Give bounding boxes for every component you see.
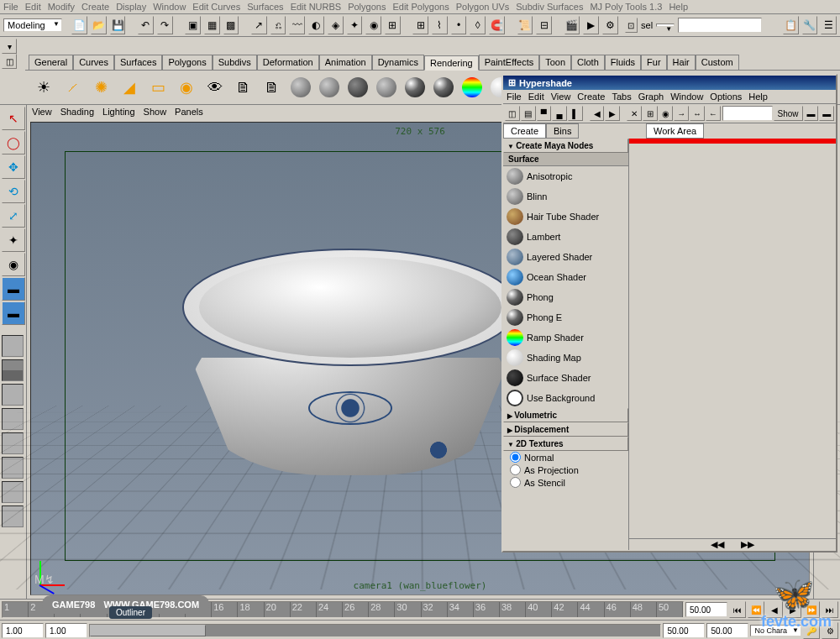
hs-input-conn-icon[interactable]: → xyxy=(674,106,689,121)
hs-options[interactable]: Options xyxy=(710,92,742,102)
hs-container2-icon[interactable]: ▬ xyxy=(819,106,834,121)
single-pane-icon[interactable] xyxy=(2,335,24,357)
hs-tabs[interactable]: Tabs xyxy=(612,92,631,102)
tab-rendering[interactable]: Rendering xyxy=(424,55,479,71)
vp-view[interactable]: View xyxy=(32,107,52,117)
hs-item-phong[interactable]: Phong xyxy=(503,287,628,307)
hs-show-button[interactable]: Show xyxy=(774,106,803,121)
manip-tool-icon[interactable]: ✦ xyxy=(2,228,25,252)
hs-scrollbar[interactable]: ◀◀▶▶ xyxy=(629,538,836,550)
hs-displacement-header[interactable]: Displacement xyxy=(503,422,628,437)
menu-mjpoly[interactable]: MJ Poly Tools 1.3 xyxy=(590,2,662,12)
hs-item-shadingmap[interactable]: Shading Map xyxy=(503,348,628,368)
layout-icon[interactable] xyxy=(2,384,24,406)
menu-file[interactable]: File xyxy=(3,2,18,12)
new-scene-icon[interactable]: 📄 xyxy=(71,16,87,34)
hs-item-hairtube[interactable]: Hair Tube Shader xyxy=(503,207,628,227)
hs-show-both-icon[interactable]: ▌ xyxy=(568,106,583,121)
menu-modify[interactable]: Modify xyxy=(48,2,75,12)
hs-tab-workarea[interactable]: Work Area xyxy=(646,123,704,139)
phonge-shelf-icon[interactable] xyxy=(430,74,457,101)
hs-item-anisotropic[interactable]: Anisotropic xyxy=(503,166,628,186)
tab-polygons[interactable]: Polygons xyxy=(162,55,212,70)
save-scene-icon[interactable]: 💾 xyxy=(110,16,126,34)
phong-shelf-icon[interactable] xyxy=(402,74,428,101)
history-toggle-icon[interactable]: ⊟ xyxy=(536,16,552,34)
render-frame-icon[interactable]: 🎬 xyxy=(564,16,580,34)
mask-dynamic-icon[interactable]: ✦ xyxy=(347,16,363,34)
tab-general[interactable]: General xyxy=(29,55,73,70)
hs-tab-create[interactable]: Create xyxy=(503,123,546,139)
menu-polygons[interactable]: Polygons xyxy=(348,2,386,12)
mask-handle-icon[interactable]: ↗ xyxy=(251,16,267,34)
menu-help[interactable]: Help xyxy=(669,2,688,12)
hs-workarea-graph[interactable]: place2dTex▾▾file7▾▾samplerInfo0▾▾ramp0▾▾… xyxy=(629,139,836,144)
tab-toon[interactable]: Toon xyxy=(539,55,571,70)
tab-cloth[interactable]: Cloth xyxy=(571,55,605,70)
hypershade-menubar[interactable]: File Edit View Create Tabs Graph Window … xyxy=(503,90,836,104)
render-globals-icon[interactable]: ⚙ xyxy=(602,16,618,34)
hs-tab-bins[interactable]: Bins xyxy=(546,123,579,139)
hs-item-layered[interactable]: Layered Shader xyxy=(503,247,628,267)
hypershade-window[interactable]: ⊞ Hypershade File Edit View Create Tabs … xyxy=(501,74,837,553)
last-tool-icon[interactable]: ▬ xyxy=(2,277,25,301)
hs-rearrange-icon[interactable]: ⊞ xyxy=(643,106,658,121)
range-slider[interactable] xyxy=(89,624,661,637)
psd-edit-icon[interactable]: 🗎 xyxy=(259,74,286,101)
snap-plane-icon[interactable]: ◊ xyxy=(470,16,486,34)
hs-radio-normal[interactable]: Normal xyxy=(503,451,628,464)
mask-render-icon[interactable]: ◉ xyxy=(365,16,381,34)
hs-filter-input[interactable] xyxy=(722,106,773,121)
tab-surfaces[interactable]: Surfaces xyxy=(114,55,162,70)
blinn-shelf-icon[interactable] xyxy=(316,74,343,101)
hs-2dtex-header[interactable]: 2D Textures xyxy=(503,437,628,451)
hs-item-ramp[interactable]: Ramp Shader xyxy=(503,327,628,348)
rotate-tool-icon[interactable]: ⟲ xyxy=(2,180,25,203)
anisotropic-shelf-icon[interactable] xyxy=(287,74,314,101)
hs-volumetric-header[interactable]: Volumetric xyxy=(503,408,628,422)
hs-edit[interactable]: Edit xyxy=(528,92,544,102)
snap-grid-icon[interactable]: ⊞ xyxy=(412,16,428,34)
hs-file[interactable]: File xyxy=(507,92,522,102)
menu-display[interactable]: Display xyxy=(116,2,146,12)
vp-show[interactable]: Show xyxy=(144,107,167,117)
lasso-tool-icon[interactable]: ◯ xyxy=(2,131,25,155)
hs-view[interactable]: View xyxy=(551,92,571,102)
tool-settings-icon[interactable]: 🔧 xyxy=(802,16,818,34)
menu-edit[interactable]: Edit xyxy=(25,2,41,12)
snap-curve-icon[interactable]: ⌇ xyxy=(432,16,448,34)
tab-curves[interactable]: Curves xyxy=(73,55,114,70)
menu-create[interactable]: Create xyxy=(81,2,109,12)
mode-dropdown[interactable]: Modeling xyxy=(3,18,62,32)
tab-hair[interactable]: Hair xyxy=(667,55,696,70)
range-start-field[interactable] xyxy=(45,623,87,638)
select-hier-icon[interactable]: ▣ xyxy=(185,16,201,34)
hypershade-titlebar[interactable]: ⊞ Hypershade xyxy=(503,76,836,90)
vp-panels[interactable]: Panels xyxy=(175,107,203,117)
light-volume-icon[interactable]: ◉ xyxy=(173,74,200,101)
hs-item-phonge[interactable]: Phong E xyxy=(503,307,628,327)
tab-deformation[interactable]: Deformation xyxy=(257,55,319,70)
hs-show-top-icon[interactable]: ▀ xyxy=(537,106,552,121)
tab-fur[interactable]: Fur xyxy=(641,55,667,70)
main-menubar[interactable]: File Edit Modify Create Display Window E… xyxy=(0,0,840,14)
mask-deform-icon[interactable]: ◈ xyxy=(328,16,344,34)
vp-shading[interactable]: Shading xyxy=(60,107,94,117)
mask-joint-icon[interactable]: ⎌ xyxy=(270,16,286,34)
hs-item-usebg[interactable]: Use Background xyxy=(503,388,628,408)
hs-graph-mat-icon[interactable]: ◉ xyxy=(659,106,674,121)
paint-sel-icon[interactable]: ▬ xyxy=(2,301,25,325)
select-comp-icon[interactable]: ▩ xyxy=(223,16,239,34)
menu-editpolygons[interactable]: Edit Polygons xyxy=(392,2,449,12)
hs-item-blinn[interactable]: Blinn xyxy=(503,186,628,207)
hs-show-bottom-icon[interactable]: ▄ xyxy=(552,106,567,121)
input-mode-icon[interactable]: ⊡ xyxy=(625,18,638,33)
undo-icon[interactable]: ↶ xyxy=(138,16,154,34)
hs-output-conn-icon[interactable]: ← xyxy=(706,106,721,121)
menu-editcurves[interactable]: Edit Curves xyxy=(192,2,240,12)
select-tool-icon[interactable]: ↖ xyxy=(2,107,25,130)
snap-live-icon[interactable]: 🧲 xyxy=(489,16,505,34)
hs-prev-icon[interactable]: ◀ xyxy=(590,106,605,121)
hs-radio-stencil[interactable]: As Stencil xyxy=(503,476,628,489)
range-end-field[interactable] xyxy=(663,623,705,638)
